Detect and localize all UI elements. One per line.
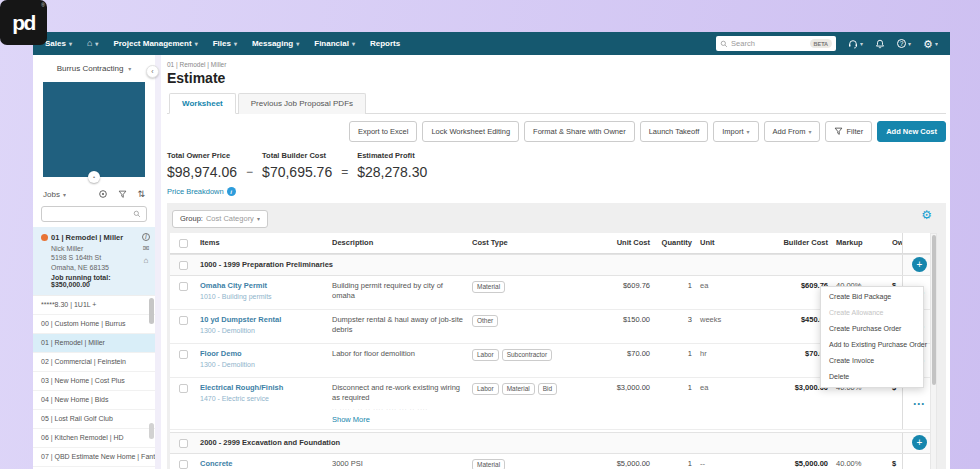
row-checkbox[interactable] bbox=[179, 460, 188, 469]
sort-icon[interactable]: ⇅ bbox=[137, 189, 145, 199]
menu-item-create-invoice[interactable]: Create Invoice bbox=[821, 353, 923, 369]
button-label: Export to Excel bbox=[358, 127, 408, 136]
job-list-item[interactable]: 06 | Kitchen Remodel | HD bbox=[33, 429, 155, 448]
item-name-link[interactable]: 10 yd Dumpster Rental bbox=[200, 315, 324, 324]
select-all-checkbox[interactable] bbox=[179, 239, 188, 248]
job-card-icons: i ✉ ⌂ bbox=[142, 233, 150, 265]
price-breakdown-label: Price Breakdown bbox=[167, 187, 224, 196]
job-list-item[interactable]: 00 | Custom Home | Burrus bbox=[33, 315, 155, 334]
item-name-link[interactable]: Floor Demo bbox=[200, 349, 324, 358]
job-list-item[interactable]: 03 | New Home | Cost Plus bbox=[33, 372, 155, 391]
table-scrollbar-thumb[interactable] bbox=[932, 235, 936, 385]
target-icon[interactable] bbox=[98, 189, 108, 199]
row-checkbox[interactable] bbox=[179, 384, 188, 393]
item-cost-code: 1010 - Building permits bbox=[200, 293, 324, 300]
info-icon[interactable]: i bbox=[142, 233, 150, 241]
add-cost-to-group-button[interactable]: + bbox=[912, 435, 927, 450]
menu-item-create-bid-package[interactable]: Create Bid Package bbox=[821, 289, 923, 305]
unit-cost: $5,000.00 bbox=[574, 454, 654, 469]
funnel-icon[interactable] bbox=[118, 190, 127, 199]
menu-item-delete[interactable]: Delete bbox=[821, 369, 923, 385]
map-expand-button[interactable]: • bbox=[88, 171, 100, 183]
column-header: Quantity bbox=[654, 233, 696, 252]
add-from-button[interactable]: Add From▾ bbox=[764, 121, 821, 142]
worksheet-panel: Group: Cost Category ▾ ⚙ ItemsDescriptio… bbox=[167, 203, 946, 469]
nav-item-project-management[interactable]: Project Management▾ bbox=[113, 39, 197, 48]
group-checkbox[interactable] bbox=[179, 439, 188, 448]
nav-icons: ▾?▾⚙▾ bbox=[848, 39, 938, 49]
job-list-item[interactable]: 01 | Remodel | Miller bbox=[33, 334, 155, 353]
jobs-search[interactable] bbox=[41, 206, 147, 222]
sidebar-collapse-button[interactable]: ‹ bbox=[146, 65, 159, 78]
table-scrollbar[interactable] bbox=[930, 233, 937, 469]
group-by-value: Cost Category bbox=[206, 214, 254, 223]
job-list-item[interactable]: 07 | QBD Estimate New Home | Fantana bbox=[33, 448, 155, 467]
item-name-link[interactable]: Electrical Rough/Finish bbox=[200, 383, 324, 392]
group-by-dropdown[interactable]: Group: Cost Category ▾ bbox=[172, 210, 268, 228]
button-label: Launch Takeoff bbox=[649, 127, 700, 136]
chevron-down-icon: ▾ bbox=[128, 65, 131, 72]
menu-item-create-purchase-order[interactable]: Create Purchase Order bbox=[821, 321, 923, 337]
chevron-down-icon: ▾ bbox=[257, 215, 260, 222]
nav-home-item[interactable]: ⌂▾ bbox=[87, 39, 98, 48]
quantity: 3 bbox=[654, 310, 696, 329]
filter-button[interactable]: Filter bbox=[825, 121, 872, 142]
search-input[interactable] bbox=[731, 39, 806, 48]
quantity: 1 bbox=[654, 454, 696, 469]
bell-icon[interactable] bbox=[875, 39, 885, 49]
export-to-excel-button[interactable]: Export to Excel bbox=[349, 121, 417, 142]
show-more-link[interactable]: Show More bbox=[332, 415, 464, 424]
item-name-link[interactable]: Omaha City Permit bbox=[200, 281, 324, 290]
home-icon[interactable]: ⌂ bbox=[144, 257, 149, 265]
column-header: Unit Cost bbox=[574, 233, 654, 252]
row-checkbox[interactable] bbox=[179, 282, 188, 291]
company-selector[interactable]: Burrus Contracting ▾ bbox=[33, 55, 155, 82]
nav-item-files[interactable]: Files▾ bbox=[213, 39, 237, 48]
tab-previous-job-proposal-pdfs[interactable]: Previous Job Proposal PDFs bbox=[238, 93, 366, 114]
envelope-icon[interactable]: ✉ bbox=[143, 245, 150, 253]
lock-worksheet-editing-button[interactable]: Lock Worksheet Editing bbox=[422, 121, 519, 142]
settings-icon[interactable]: ⚙▾ bbox=[923, 39, 938, 49]
job-list-scrollbar-thumb[interactable] bbox=[149, 298, 154, 324]
nav-item-sales[interactable]: Sales▾ bbox=[45, 39, 72, 48]
job-list-item[interactable]: 02 | Commercial | Feinstein bbox=[33, 353, 155, 372]
selected-job-card[interactable]: 01 | Remodel | Miller Nick Miller 5198 S… bbox=[33, 227, 155, 295]
nav-item-label: Reports bbox=[370, 39, 400, 48]
tab-worksheet[interactable]: Worksheet bbox=[169, 93, 236, 114]
global-search[interactable]: BETA bbox=[716, 36, 836, 51]
menu-item-create-allowance[interactable]: Create Allowance bbox=[821, 305, 923, 321]
price-breakdown-link[interactable]: Price Breakdown i bbox=[167, 187, 946, 196]
builder-cost: $3,000.00 bbox=[744, 378, 832, 397]
unit: weeks bbox=[696, 310, 744, 329]
info-icon[interactable]: i bbox=[227, 187, 236, 196]
help-icon[interactable]: ?▾ bbox=[897, 39, 911, 48]
column-header: Items bbox=[196, 233, 328, 252]
nav-item-reports[interactable]: Reports bbox=[370, 39, 400, 48]
job-list-scrollbar-thumb-2[interactable] bbox=[149, 423, 154, 439]
chevron-down-icon[interactable]: ▾ bbox=[63, 191, 66, 198]
add-cost-to-group-button[interactable]: + bbox=[912, 257, 927, 272]
nav-item-financial[interactable]: Financial▾ bbox=[314, 39, 355, 48]
table-settings-gear-icon[interactable]: ⚙ bbox=[921, 209, 932, 221]
job-list-item[interactable]: *****8.30 | 1U1L + bbox=[33, 296, 155, 315]
builder-cost-label: Total Builder Cost bbox=[262, 151, 332, 160]
format-share-with-owner-button[interactable]: Format & Share with Owner bbox=[524, 121, 635, 142]
import-button[interactable]: Import▾ bbox=[713, 121, 758, 142]
unit-cost: $150.00 bbox=[574, 310, 654, 329]
support-icon[interactable]: ▾ bbox=[848, 39, 863, 49]
builder-cost-value: $70,695.76 bbox=[262, 164, 332, 180]
row-actions-menu-button[interactable]: ••• bbox=[914, 400, 926, 407]
row-checkbox[interactable] bbox=[179, 350, 188, 359]
menu-item-add-to-existing-purchase-order[interactable]: Add to Existing Purchase Order bbox=[821, 337, 923, 353]
chevron-down-icon: ▾ bbox=[747, 128, 750, 135]
item-description-truncated: ·· ···· · ·· ·· ···· ···· ··· ·· ···· bbox=[332, 406, 464, 412]
row-checkbox[interactable] bbox=[179, 316, 188, 325]
nav-item-messaging[interactable]: Messaging▾ bbox=[252, 39, 299, 48]
job-list-item[interactable]: 04 | New Home | Bids bbox=[33, 391, 155, 410]
job-list-item[interactable]: 05 | Lost Rail Golf Club bbox=[33, 410, 155, 429]
jobs-search-input[interactable] bbox=[47, 211, 133, 218]
group-checkbox[interactable] bbox=[179, 261, 188, 270]
add-new-cost-button[interactable]: Add New Cost bbox=[877, 121, 946, 142]
launch-takeoff-button[interactable]: Launch Takeoff bbox=[640, 121, 709, 142]
item-name-link[interactable]: Concrete bbox=[200, 459, 324, 468]
